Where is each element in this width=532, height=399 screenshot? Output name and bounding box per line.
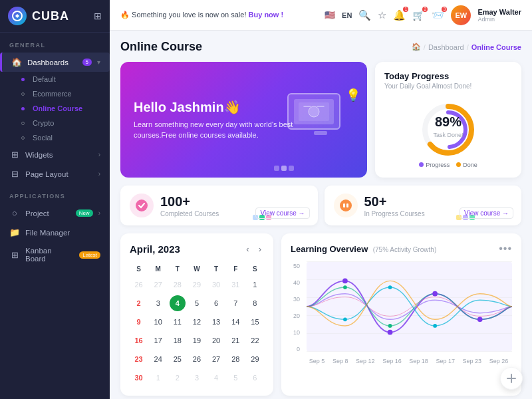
- cal-day[interactable]: 12: [189, 314, 205, 330]
- cal-day-today[interactable]: 4: [170, 295, 186, 311]
- progress-title: Today Progress: [384, 71, 512, 81]
- cal-day[interactable]: 5: [227, 370, 243, 386]
- svg-rect-10: [343, 203, 345, 207]
- progress-label: Task Done!: [433, 132, 463, 138]
- chevron-icon: ›: [98, 151, 100, 158]
- submenu-default[interactable]: Default: [0, 72, 110, 86]
- avatar[interactable]: EW: [451, 5, 471, 25]
- language-selector[interactable]: EN: [342, 11, 352, 19]
- cart-icon[interactable]: 🛒2: [412, 9, 425, 21]
- section-general-label: GENERAL: [0, 33, 110, 53]
- calendar-grid: S M T W T F S 26 27 28 29 30 31 1 2 3: [130, 263, 264, 386]
- cal-day[interactable]: 22: [247, 332, 263, 348]
- sidebar-item-dashboards[interactable]: 🏠 Dashboards 5 ▾: [0, 53, 110, 72]
- submenu-online-course[interactable]: Online Course: [0, 101, 110, 116]
- sidebar-item-kanban[interactable]: ⊞ Kanban Board Latest: [0, 242, 110, 267]
- cal-day[interactable]: 30: [131, 370, 147, 386]
- progress-percentage: 89%: [433, 114, 463, 130]
- sidebar-item-file-manager[interactable]: 📁 File Manager: [0, 223, 110, 242]
- svg-rect-12: [307, 261, 512, 351]
- stat-inprogress-info: 50+ In Progress Courses: [364, 194, 425, 217]
- cal-day[interactable]: 6: [247, 370, 263, 386]
- cal-day[interactable]: 17: [150, 332, 166, 348]
- cal-day[interactable]: 11: [170, 314, 186, 330]
- star-icon[interactable]: ☆: [378, 9, 386, 21]
- cal-day[interactable]: 10: [150, 314, 166, 330]
- svg-point-25: [433, 324, 437, 328]
- cal-day[interactable]: 26: [131, 277, 147, 293]
- top-grid: Hello Jashmin👋 Learn something new every…: [120, 62, 521, 178]
- cal-day[interactable]: 1: [150, 370, 166, 386]
- submenu-crypto[interactable]: Crypto: [0, 116, 110, 130]
- cal-day[interactable]: 4: [208, 370, 224, 386]
- cal-day[interactable]: 25: [170, 351, 186, 367]
- cal-day[interactable]: 24: [150, 351, 166, 367]
- cal-day[interactable]: 31: [227, 277, 243, 293]
- sidebar-logo: CUBA ⊞: [0, 0, 110, 33]
- stat-inprogress: 50+ In Progress Courses View course →: [325, 186, 522, 225]
- submenu-ecommerce[interactable]: Ecommerce: [0, 86, 110, 101]
- cal-day[interactable]: 2: [131, 295, 147, 311]
- sidebar: CUBA ⊞ GENERAL 🏠 Dashboards 5 ▾ Default …: [0, 0, 110, 399]
- widgets-icon: ⊞: [9, 150, 20, 160]
- cal-day[interactable]: 16: [131, 332, 147, 348]
- learning-subtitle: (75% Activity Growth): [373, 246, 437, 253]
- cal-day[interactable]: 29: [247, 351, 263, 367]
- svg-point-20: [388, 330, 393, 335]
- cal-prev-btn[interactable]: ‹: [243, 243, 251, 255]
- cal-day[interactable]: 21: [227, 332, 243, 348]
- cal-day[interactable]: 20: [208, 332, 224, 348]
- cal-day[interactable]: 23: [131, 351, 147, 367]
- grid-icon[interactable]: ⊞: [94, 11, 102, 21]
- view-course-btn-1[interactable]: View course →: [255, 207, 309, 219]
- cal-day[interactable]: 6: [208, 295, 224, 311]
- sidebar-item-project[interactable]: ○ Project New ›: [0, 203, 110, 223]
- fab-button[interactable]: [500, 367, 523, 390]
- dashboard-breadcrumb[interactable]: Dashboard: [428, 43, 464, 51]
- more-options-btn[interactable]: •••: [499, 243, 512, 255]
- cal-day[interactable]: 27: [150, 277, 166, 293]
- cal-day[interactable]: 7: [227, 295, 243, 311]
- cal-day[interactable]: 26: [189, 351, 205, 367]
- cal-day[interactable]: 30: [208, 277, 224, 293]
- cal-day[interactable]: 18: [170, 332, 186, 348]
- logo-icon: [8, 7, 27, 25]
- cal-day[interactable]: 15: [247, 314, 263, 330]
- current-breadcrumb: Online Course: [471, 43, 521, 51]
- stat-completed: 100+ Completed Courses View course →: [120, 186, 318, 225]
- cal-day[interactable]: 8: [247, 295, 263, 311]
- cal-day[interactable]: 3: [189, 370, 205, 386]
- hero-description: Learn something new every day with world…: [134, 119, 293, 141]
- flag-icon: 🇺🇸: [325, 10, 335, 20]
- cal-day[interactable]: 1: [247, 277, 263, 293]
- submenu-social[interactable]: Social: [0, 130, 110, 145]
- x-axis: Sep 5Sep 8Sep 12Sep 16Sep 18Sep 17Sep 23…: [291, 358, 512, 364]
- svg-point-19: [342, 279, 348, 284]
- cal-day[interactable]: 28: [170, 277, 186, 293]
- project-icon: ○: [9, 208, 20, 218]
- promo-link[interactable]: Buy now !: [249, 11, 284, 19]
- learning-title: Learning Overview: [291, 244, 368, 254]
- sidebar-item-page-layout[interactable]: ⊟ Page Layout ›: [0, 164, 110, 184]
- notification-icon[interactable]: 📨3: [432, 9, 444, 21]
- cal-day[interactable]: 19: [189, 332, 205, 348]
- cal-day[interactable]: 27: [208, 351, 224, 367]
- page-header: Online Course 🏠 / Dashboard / Online Cou…: [120, 40, 521, 54]
- cal-day[interactable]: 14: [227, 314, 243, 330]
- sidebar-item-widgets[interactable]: ⊞ Widgets ›: [0, 145, 110, 164]
- topbar-icons: 🇺🇸 EN 🔍 ☆ 🔔1 🛒2 📨3 EW Emay Walter Admin: [325, 5, 521, 25]
- cal-day[interactable]: 9: [131, 314, 147, 330]
- cal-day[interactable]: 2: [170, 370, 186, 386]
- view-course-btn-2[interactable]: View course →: [460, 207, 513, 219]
- cal-day[interactable]: 3: [150, 295, 166, 311]
- breadcrumb: 🏠 / Dashboard / Online Course: [412, 43, 521, 51]
- cal-day[interactable]: 13: [208, 314, 224, 330]
- cal-day[interactable]: 5: [189, 295, 205, 311]
- bell-icon[interactable]: 🔔1: [393, 9, 406, 21]
- svg-rect-11: [346, 203, 348, 207]
- svg-point-22: [477, 317, 483, 322]
- cal-next-btn[interactable]: ›: [256, 243, 264, 255]
- cal-day[interactable]: 28: [227, 351, 243, 367]
- cal-day[interactable]: 29: [189, 277, 205, 293]
- search-icon[interactable]: 🔍: [358, 9, 371, 21]
